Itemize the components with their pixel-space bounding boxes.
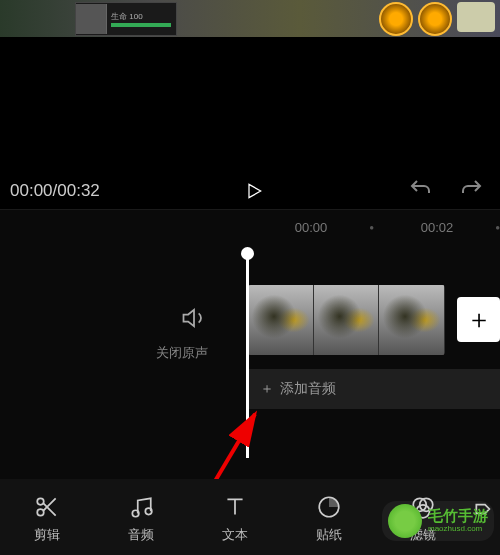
time-total: 00:32	[57, 181, 100, 200]
undo-button[interactable]	[408, 177, 432, 205]
add-audio-label: 添加音频	[280, 380, 336, 398]
hud-score	[457, 2, 495, 32]
watermark-title: 毛竹手游	[428, 508, 488, 525]
video-track[interactable]: ＋	[248, 282, 500, 357]
clip-thumb	[379, 285, 445, 355]
music-icon	[128, 494, 154, 520]
mute-label[interactable]: 关闭原声	[156, 344, 208, 362]
playhead[interactable]	[246, 252, 249, 458]
watermark-sub: maozhusd.com	[428, 525, 488, 534]
scissors-icon	[34, 494, 60, 520]
sticker-icon	[316, 494, 342, 520]
hud-icon-1	[379, 2, 413, 36]
ruler-tick-1: 00:02	[421, 220, 454, 235]
add-clip-button[interactable]: ＋	[457, 297, 500, 342]
mute-icon[interactable]	[180, 304, 208, 336]
tool-label: 剪辑	[34, 526, 60, 544]
add-audio-button[interactable]: ＋ 添加音频	[248, 369, 500, 409]
hud-icon-2	[418, 2, 452, 36]
tool-label: 文本	[222, 526, 248, 544]
hud-hp-label: 生命	[111, 12, 127, 21]
time-current: 00:00	[10, 181, 53, 200]
plus-icon: ＋	[260, 380, 274, 398]
timeline-ruler[interactable]: 00:00● 00:02●	[0, 209, 500, 244]
hud-hp-value: 100	[129, 12, 142, 21]
redo-button[interactable]	[460, 177, 484, 205]
hud-avatar	[76, 4, 107, 34]
tool-sticker[interactable]: 贴纸	[282, 494, 376, 544]
hud-right	[379, 2, 495, 36]
hud-hp-bar	[111, 23, 171, 27]
player-letterbox	[0, 38, 500, 173]
clip-thumb	[248, 285, 314, 355]
player-controls: 00:00/00:32	[0, 173, 500, 209]
tool-label: 贴纸	[316, 526, 342, 544]
watermark-logo-icon	[388, 504, 422, 538]
time-display: 00:00/00:32	[10, 181, 100, 201]
tool-audio[interactable]: 音频	[94, 494, 188, 544]
hud-player-panel: 生命 100	[75, 2, 177, 36]
watermark: 毛竹手游 maozhusd.com	[382, 501, 494, 541]
timeline: 关闭原声 ＋ ＋ 添加音频	[0, 244, 500, 504]
hud-stats: 生命 100	[107, 11, 176, 28]
clip-thumb	[314, 285, 380, 355]
text-icon	[222, 494, 248, 520]
tool-text[interactable]: 文本	[188, 494, 282, 544]
tool-cut[interactable]: 剪辑	[0, 494, 94, 544]
ruler-tick-0: 00:00	[295, 220, 328, 235]
tool-label: 音频	[128, 526, 154, 544]
video-clip[interactable]	[248, 285, 445, 355]
play-button[interactable]	[100, 181, 408, 201]
video-preview[interactable]: 生命 100	[0, 0, 500, 38]
